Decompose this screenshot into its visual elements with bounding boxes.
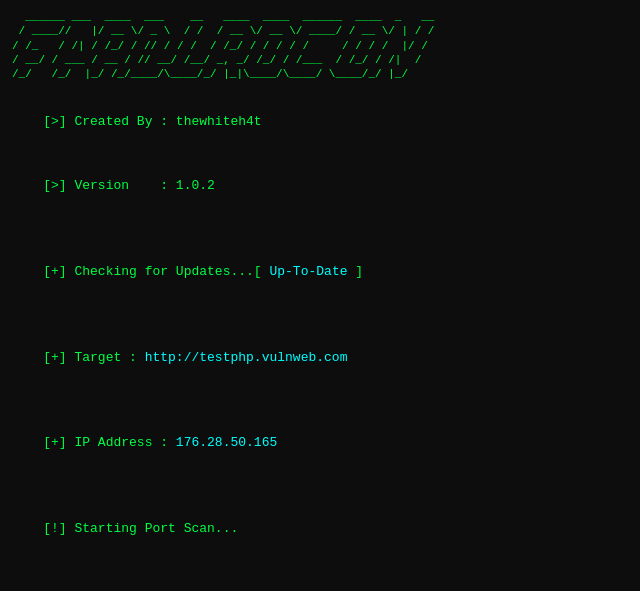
ip-prefix: [+] IP Address : [43, 435, 176, 450]
target-line: [+] Target : http://testphp.vulnweb.com [12, 325, 628, 389]
ip-line: [+] IP Address : 176.28.50.165 [12, 411, 628, 475]
blank-1 [12, 218, 628, 239]
checking-updates-prefix: [+] Checking for Updates...[ [43, 264, 269, 279]
port-scan-start-text: [!] Starting Port Scan... [43, 521, 238, 536]
version-text: [>] Version : 1.0.2 [43, 178, 215, 193]
target-url: http://testphp.vulnweb.com [145, 350, 348, 365]
ascii-art-logo: ______ ___ ____ ___ __ ____ ____ ______ … [12, 10, 628, 81]
created-by-line: [>] Created By : thewhiteh4t [12, 89, 628, 153]
checking-updates-line: [+] Checking for Updates...[ Up-To-Date … [12, 240, 628, 304]
target-prefix: [+] Target : [43, 350, 144, 365]
terminal-window: ______ ___ ____ ___ __ ____ ____ ______ … [0, 0, 640, 591]
version-line: [>] Version : 1.0.2 [12, 154, 628, 218]
update-status: Up-To-Date [269, 264, 347, 279]
created-by-text: [>] Created By : thewhiteh4t [43, 114, 261, 129]
testing-ports-line: [+] Testing Top 1000 Ports... [12, 583, 628, 591]
blank-2 [12, 304, 628, 325]
checking-updates-suffix: ] [347, 264, 363, 279]
port-scan-start-line: [!] Starting Port Scan... [12, 497, 628, 561]
ip-address: 176.28.50.165 [176, 435, 277, 450]
blank-4 [12, 475, 628, 496]
blank-5 [12, 561, 628, 582]
blank-3 [12, 390, 628, 411]
